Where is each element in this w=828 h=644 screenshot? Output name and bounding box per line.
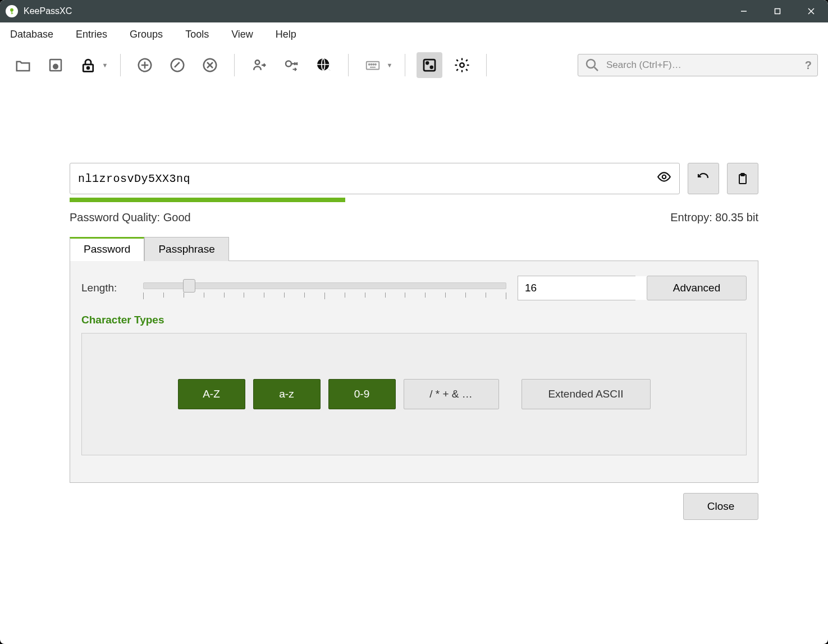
svg-point-32 [587,60,595,68]
password-generator-panel: nl1zrosvDy5XX3nq Password Quality: Good … [0,84,828,644]
svg-rect-28 [424,60,435,71]
minimize-button[interactable] [727,0,761,22]
chartype-upper-button[interactable]: A-Z [178,379,245,409]
separator [120,54,121,76]
open-database-button[interactable] [10,52,36,78]
delete-entry-button[interactable] [197,52,223,78]
autotype-dropdown-arrow[interactable]: ▼ [386,61,394,69]
length-label: Length: [81,282,132,294]
save-database-button[interactable] [43,52,68,78]
search-field-wrap: ? [578,54,818,76]
toolbar: ▼ ▼ [0,46,828,84]
slider-thumb[interactable] [183,279,195,293]
svg-point-26 [375,64,376,65]
copy-password-clipboard-button[interactable] [727,163,758,194]
length-slider[interactable] [143,277,506,299]
svg-point-0 [10,8,13,12]
close-window-button[interactable] [794,0,828,22]
chartype-symbols-button[interactable]: / * + & … [404,379,499,409]
character-types-box: A-Z a-z 0-9 / * + & … Extended ASCII [81,333,747,455]
window-title: KeePassXC [24,6,72,16]
toggle-visibility-icon[interactable] [657,170,671,188]
generated-password-text: nl1zrosvDy5XX3nq [78,172,651,185]
edit-entry-button[interactable] [164,52,190,78]
svg-rect-4 [775,9,780,14]
svg-point-24 [371,64,372,65]
svg-point-23 [369,64,370,65]
menu-tools[interactable]: Tools [182,26,212,43]
menu-help[interactable]: Help [272,26,300,43]
password-quality-label: Password Quality: Good [70,211,191,224]
copy-username-button[interactable] [246,52,272,78]
tab-body-password: Length: ▲ ▼ [70,261,758,483]
maximize-button[interactable] [761,0,794,22]
separator [486,54,487,76]
new-entry-button[interactable] [132,52,158,78]
lock-dropdown-arrow[interactable]: ▼ [101,61,109,69]
copy-url-button[interactable] [311,52,337,78]
menu-view[interactable]: View [228,26,257,43]
entropy-label: Entropy: 80.35 bit [670,211,758,224]
separator [405,54,405,76]
svg-point-31 [460,63,464,67]
titlebar: KeePassXC [0,0,828,22]
strength-bar-fill [70,198,345,202]
chartype-extended-button[interactable]: Extended ASCII [521,379,651,409]
close-button[interactable]: Close [683,493,758,520]
separator [234,54,235,76]
menu-database[interactable]: Database [7,26,57,43]
password-generator-button[interactable] [417,52,442,78]
svg-rect-2 [11,13,13,13]
svg-point-19 [255,60,260,65]
svg-point-25 [373,64,374,65]
chartype-digits-button[interactable]: 0-9 [328,379,396,409]
svg-point-29 [426,62,428,64]
app-icon [6,5,18,17]
generated-password-field[interactable]: nl1zrosvDy5XX3nq [70,163,680,194]
svg-point-10 [87,67,89,69]
copy-password-button[interactable] [278,52,304,78]
tab-password[interactable]: Password [70,237,144,261]
strength-bar [70,198,758,202]
svg-point-34 [662,175,666,179]
chartype-lower-button[interactable]: a-z [253,379,321,409]
character-types-label: Character Types [81,314,747,326]
menu-entries[interactable]: Entries [72,26,111,43]
length-spinner: ▲ ▼ [518,276,635,300]
settings-button[interactable] [449,52,475,78]
length-input[interactable] [518,276,665,300]
tab-passphrase[interactable]: Passphrase [144,237,228,261]
menubar: Database Entries Groups Tools View Help [0,22,828,46]
search-help-icon[interactable]: ? [805,59,812,72]
svg-line-15 [175,62,180,67]
separator [348,54,349,76]
svg-point-30 [431,66,433,68]
svg-line-33 [594,67,598,71]
regenerate-button[interactable] [688,163,719,194]
svg-point-8 [53,65,58,69]
svg-rect-1 [11,11,12,14]
search-icon [584,57,601,74]
svg-rect-22 [367,62,379,70]
menu-groups[interactable]: Groups [126,26,166,43]
autotype-button[interactable] [360,52,386,78]
lock-database-button[interactable] [75,52,101,78]
advanced-button[interactable]: Advanced [647,276,747,300]
svg-point-20 [286,61,291,67]
search-input[interactable] [606,60,799,71]
